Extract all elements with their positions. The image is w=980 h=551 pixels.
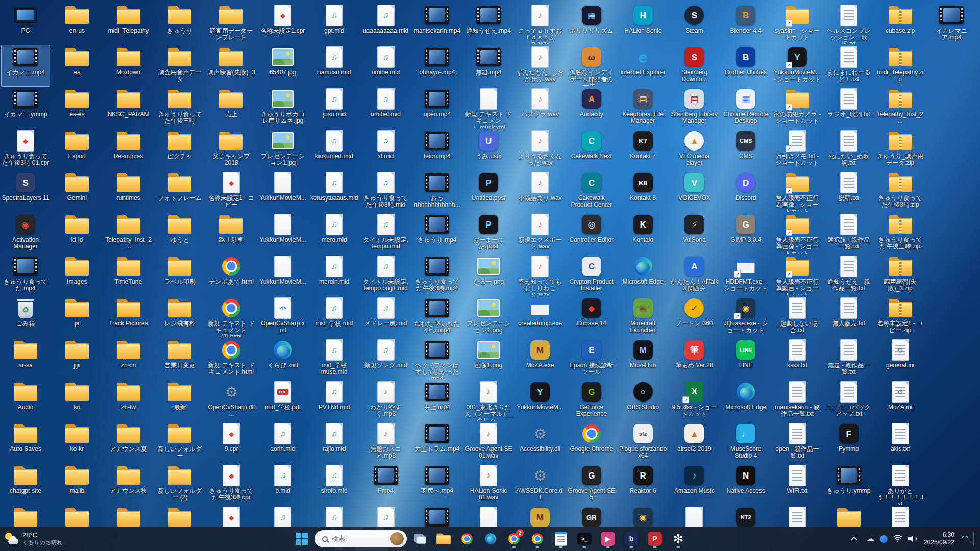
desktop-icon[interactable]: 新規 テキスト ドキュメント (2).html bbox=[207, 296, 256, 338]
search-highlight-image[interactable] bbox=[390, 532, 404, 545]
desktop-icon[interactable]: _起動しない場合.txt bbox=[773, 296, 822, 338]
desktop-icon[interactable]: ja bbox=[53, 296, 102, 338]
navy-b-app-taskbar-button[interactable]: b bbox=[621, 529, 642, 549]
desktop-icon[interactable]: ♪Amazon Music bbox=[670, 463, 719, 505]
desktop-icon[interactable]: イカマニ.mp4 bbox=[1, 45, 50, 87]
desktop-icon[interactable]: ♪Groove Agent SE 01.wav bbox=[464, 421, 513, 463]
desktop-icon[interactable]: ラベル印刷 bbox=[155, 254, 204, 296]
desktop-icon[interactable]: id-id bbox=[53, 212, 102, 254]
desktop-icon[interactable]: KKontakt bbox=[619, 212, 668, 254]
desktop-icon[interactable]: GGIMP 3.0.4 bbox=[721, 212, 770, 254]
desktop-icon[interactable]: プレゼンテーション1.png bbox=[464, 296, 513, 338]
desktop-icon[interactable]: 調査用データテンプレート bbox=[207, 3, 256, 45]
desktop-icon[interactable]: ◆きゅうり食ってた午後3時.cpr bbox=[207, 463, 256, 505]
weather-widget[interactable]: 28°C くもりのち晴れ bbox=[5, 527, 63, 551]
desktop-icon[interactable]: ♫mero.mid bbox=[310, 212, 359, 254]
desktop-icon[interactable]: ありがとう！！！！！！.txt bbox=[876, 463, 925, 505]
desktop-icon[interactable]: manisekarin - 親作品一覧.txt bbox=[773, 380, 822, 421]
desktop-icon[interactable]: ⚙MoZA.ini bbox=[876, 380, 925, 421]
desktop-icon[interactable]: X↗9.5.xlsx - ショートカット bbox=[670, 380, 719, 421]
desktop-icon[interactable]: きゅうり.ymmp bbox=[824, 463, 873, 505]
desktop-icon[interactable]: eInternet Explorer bbox=[619, 45, 668, 87]
desktop-icon[interactable]: ♫umibet.mid bbox=[361, 87, 410, 129]
wifi-icon[interactable] bbox=[893, 535, 902, 542]
desktop-icon[interactable]: ⚙general.ini bbox=[876, 338, 925, 380]
desktop-icon[interactable]: VVOICEVOX bbox=[670, 170, 719, 212]
desktop-icon[interactable]: Google Chrome bbox=[567, 421, 616, 463]
desktop-icon[interactable]: ラジオ_歌詞.txt bbox=[824, 87, 873, 129]
desktop-icon[interactable]: Microsoft Edge bbox=[721, 380, 770, 421]
desktop-icon[interactable]: MMoZA.exe bbox=[516, 338, 565, 380]
desktop-icon[interactable]: ◆名称未設定1 - コピー bbox=[207, 170, 256, 212]
desktop-icon[interactable]: SSteam bbox=[670, 3, 719, 45]
desktop-icon[interactable]: K7Kontakt 7 bbox=[619, 129, 668, 170]
desktop-icon[interactable]: 最新 bbox=[155, 380, 204, 421]
desktop-icon[interactable]: Y↗YukkuriMovieM... - ショートカット bbox=[773, 45, 822, 87]
cloud-tray-icon[interactable]: ☁ bbox=[866, 535, 874, 543]
desktop-icon[interactable]: HHALion Sonic bbox=[619, 3, 668, 45]
desktop-icon[interactable]: ◉↗JQuake.exe - ショートカット bbox=[721, 296, 770, 338]
desktop-icon[interactable]: ヘルスコンプレッション＿歌詞.txt bbox=[824, 3, 873, 45]
desktop-icon[interactable]: ♪よりうるさくなった.wav bbox=[516, 129, 565, 170]
desktop-icon[interactable]: ar-sa bbox=[1, 338, 50, 380]
desktop-icon[interactable]: ♻ごみ箱 bbox=[1, 296, 50, 338]
desktop-icon[interactable]: ♫b.mid bbox=[258, 463, 307, 505]
desktop-icon[interactable]: きゅうり_調声用データ.zip bbox=[876, 129, 925, 170]
desktop-icon[interactable]: アナウンス秋 bbox=[104, 463, 153, 505]
desktop-icon[interactable]: YukkuriMovieM... bbox=[258, 212, 307, 254]
desktop-icon[interactable]: ♫xl.mid bbox=[361, 129, 410, 170]
desktop-icon[interactable]: レジ袋有料 bbox=[155, 296, 204, 338]
desktop-icon[interactable]: ♫hamusu.mid bbox=[310, 45, 359, 87]
desktop-icon[interactable]: 死にたい_ぬ歌詞.txt bbox=[824, 129, 873, 170]
desktop-icon[interactable]: ⚙OpenCvSharp.dll... bbox=[207, 380, 256, 421]
red-p-app-taskbar-button[interactable]: P bbox=[645, 529, 665, 549]
google-chrome-taskbar-button[interactable] bbox=[527, 529, 548, 549]
moviemaker-pink-app-taskbar-button[interactable]: ▶ bbox=[598, 529, 618, 549]
desktop-icon[interactable]: ♫rajio.mid bbox=[310, 421, 359, 463]
desktop-icon[interactable]: PC bbox=[1, 3, 50, 45]
desktop-icon[interactable]: ♫aorin.mid bbox=[258, 421, 307, 463]
notification-bell-icon[interactable] bbox=[961, 536, 968, 542]
clock[interactable]: 6:30 2025/09/22 bbox=[924, 531, 954, 546]
desktop-icon[interactable]: ゆうと bbox=[155, 212, 204, 254]
google-chrome-taskbar-button[interactable]: 2 bbox=[504, 529, 524, 549]
desktop-icon[interactable]: 通知うぜえ - 親作品一覧.txt bbox=[824, 254, 873, 296]
desktop-icon[interactable]: ◆9.cpr bbox=[207, 421, 256, 463]
desktop-icon[interactable]: open.mp4 bbox=[412, 87, 461, 129]
desktop-icon[interactable]: ニコニコバックアップ.txt bbox=[824, 380, 873, 421]
desktop-icon[interactable]: ▦ポリリリリズム bbox=[567, 3, 616, 45]
desktop-icon[interactable]: ↗syasinn - ショートカット bbox=[773, 3, 822, 45]
task-view-taskbar-button[interactable] bbox=[410, 529, 430, 549]
desktop-icon[interactable]: Uうみ.ustx bbox=[464, 129, 513, 170]
desktop-icon[interactable]: ⚙AWSSDK.Core.dll bbox=[516, 463, 565, 505]
desktop-icon[interactable]: es-es bbox=[53, 87, 102, 129]
desktop-icon[interactable]: ♫gpt.mid bbox=[310, 3, 359, 45]
desktop-icon[interactable]: 説明.txt bbox=[824, 170, 873, 212]
desktop-icon[interactable]: ピクチャ bbox=[155, 129, 204, 170]
desktop-icon[interactable]: CCakewalk Product Center bbox=[567, 170, 616, 212]
desktop-icon[interactable]: ♫mid_学校.mid bbox=[310, 296, 359, 338]
desktop-icon[interactable]: イカレマニア.mp4 bbox=[927, 3, 976, 45]
desktop-icon[interactable]: ♪小銭詰まり.wav bbox=[516, 170, 565, 212]
desktop-icon[interactable]: ↗無人販売不正行為画像 - ショートカット bbox=[773, 170, 822, 212]
desktop-icon[interactable]: open - 親作品一覧.txt bbox=[773, 421, 822, 463]
desktop-icon[interactable]: ◎Controller Editor bbox=[567, 212, 616, 254]
desktop-icon[interactable]: sfzPlogue sforzando x64 bbox=[619, 421, 668, 463]
file-explorer-taskbar-button[interactable] bbox=[433, 529, 454, 549]
desktop-icon[interactable]: ▤Keepforest File Manager bbox=[619, 87, 668, 129]
desktop-icon[interactable]: ♫jusu.mid bbox=[310, 87, 359, 129]
desktop-icon[interactable]: ko bbox=[53, 380, 102, 421]
desktop-icon[interactable]: 調声練習(失敗)_3.zip bbox=[876, 254, 925, 296]
desktop-icon[interactable]: K8Kontakt 8 bbox=[619, 170, 668, 212]
desktop-icon[interactable]: ♫kotusytuaaus.mid bbox=[310, 170, 359, 212]
desktop-icon[interactable]: CCakewalk Next bbox=[567, 129, 616, 170]
desktop-icon[interactable]: jijii bbox=[53, 338, 102, 380]
desktop-icon[interactable]: ♪パズドラ.wav bbox=[516, 87, 565, 129]
desktop-icon[interactable]: きゅうり食ってた午後3時.zip bbox=[876, 170, 925, 212]
desktop-icon[interactable]: Pおーまーにあ.ppsf bbox=[464, 212, 513, 254]
desktop-icon[interactable]: ♪新規エクスポート.wav bbox=[516, 212, 565, 254]
desktop-icon[interactable]: EEpson 接続診断ツール bbox=[567, 338, 616, 380]
desktop-icon[interactable]: 営業日変更 bbox=[155, 338, 204, 380]
desktop-icon[interactable]: ↗無人販売不正行為動画 - ショートカット bbox=[773, 254, 822, 296]
desktop-icon[interactable]: Fmp4 bbox=[361, 463, 410, 505]
